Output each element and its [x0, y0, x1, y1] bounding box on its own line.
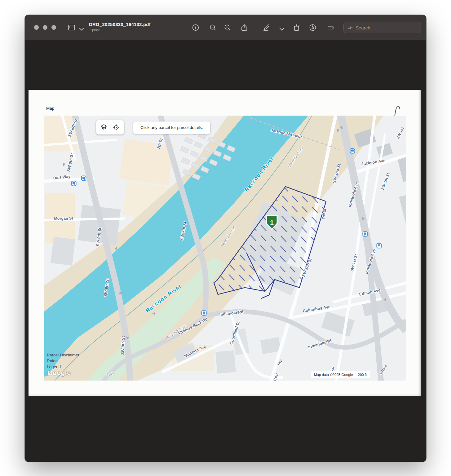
marker-label: 1: [270, 219, 274, 226]
map-controls: [96, 120, 124, 134]
info-button[interactable]: [192, 24, 200, 32]
preview-window: DRG_20250330_164132.pdf 1 page: [25, 15, 426, 462]
map-label: SW 1st St: [350, 253, 358, 272]
zoom-window-button[interactable]: [51, 25, 56, 30]
bus-stop-icon: [363, 232, 368, 236]
bus-stop-icon: [377, 244, 382, 248]
form-fill-button[interactable]: [327, 24, 335, 32]
layers-button[interactable]: [100, 124, 108, 131]
minimize-button[interactable]: [43, 25, 47, 30]
pdf-viewport: Map: [25, 40, 426, 462]
document-title: DRG_20250330_164132.pdf: [89, 22, 151, 27]
sidebar-toggle-button[interactable]: [68, 24, 76, 32]
map-label: SW 1st St: [380, 172, 391, 191]
map-label: Morgan St: [54, 216, 73, 221]
bus-stop-icon: [202, 311, 206, 315]
bus-stop-icon: [82, 176, 86, 181]
pdf-page: Map: [29, 90, 421, 396]
ruler-link[interactable]: Ruler: [47, 358, 79, 364]
map-canvas: 1 SW 8th StSW 9th StDart WayMorgan StSW …: [44, 116, 406, 381]
rotate-button[interactable]: [293, 24, 301, 32]
google-logo[interactable]: Google: [47, 369, 71, 377]
search-field[interactable]: [343, 22, 421, 33]
zoom-in-button[interactable]: [223, 24, 232, 32]
map-label: SW 9th St: [120, 336, 126, 355]
layers-icon: [100, 124, 108, 131]
map-overlay-links: Parcel Disclaimer Ruler Legend: [47, 352, 79, 370]
bus-stop-icon: [72, 181, 76, 186]
map-label: SW 1st: [396, 126, 405, 139]
map-attribution: Map data ©2025 Google 200 ft: [311, 371, 370, 378]
bus-stop-icon: [350, 149, 355, 153]
parcel-disclaimer-link[interactable]: Parcel Disclaimer: [47, 352, 79, 358]
toolbar-divider: [275, 23, 275, 32]
map-heading: Map: [46, 106, 54, 111]
share-button[interactable]: [240, 24, 248, 32]
scale-text: 200 ft: [358, 373, 367, 377]
locate-button[interactable]: [113, 124, 120, 131]
attribution-text: Map data ©2025 Google: [314, 373, 353, 377]
annotate-button[interactable]: [309, 24, 317, 32]
map-label: SW 9th St: [66, 152, 74, 172]
map: 1 SW 8th StSW 9th StDart WayMorgan StSW …: [44, 116, 406, 381]
sidebar-chevron-down-icon[interactable]: [77, 25, 86, 33]
page-count: 1 page: [89, 28, 151, 32]
zoom-out-button[interactable]: [209, 24, 217, 32]
titlebar: DRG_20250330_164132.pdf 1 page: [25, 15, 426, 40]
crosshair-icon: [113, 124, 120, 131]
markup-button[interactable]: [262, 24, 270, 32]
markup-chevron-down-icon[interactable]: [278, 25, 286, 33]
close-button[interactable]: [34, 25, 39, 30]
search-icon: [347, 25, 353, 30]
parcel-banner: Click any parcel for parcel details.: [133, 121, 210, 134]
search-input[interactable]: [355, 25, 418, 31]
